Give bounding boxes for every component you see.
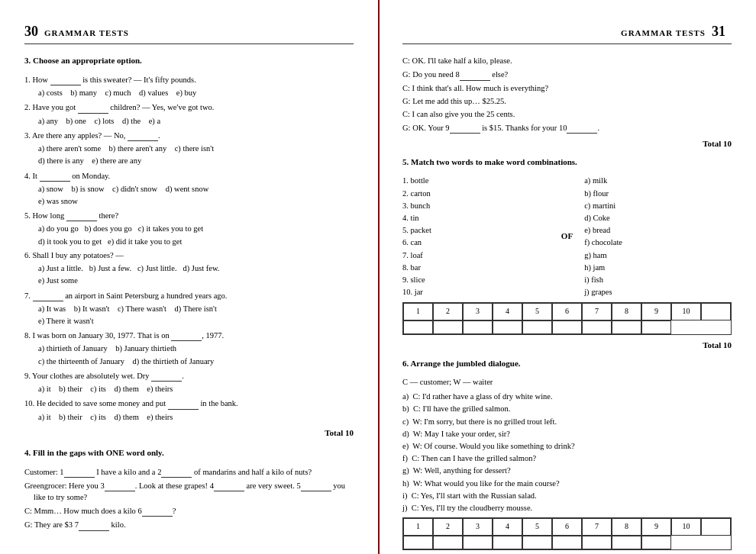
grid-cell-7[interactable] <box>552 320 582 334</box>
right-page-title: GRAMMAR TESTS <box>621 27 706 40</box>
match-columns: 1. bottle 2. carton 3. bunch 4. tin 5. p… <box>402 175 732 298</box>
cont-line6: G: OK. Your 9 is $15. Thanks for your 10… <box>402 121 732 134</box>
left-page-number: 30 <box>24 21 38 41</box>
cont-line2: G: Do you need 8 else? <box>402 68 732 80</box>
q5-options-b: d) it took you to get e) did it take you… <box>24 236 354 247</box>
left-page: 30 GRAMMAR TESTS 3. Choose an appropriat… <box>0 0 380 554</box>
s6-grid-cell-9[interactable] <box>612 536 641 549</box>
q8: 8. I was born on January 30, 1977. That … <box>24 329 354 341</box>
dialogue-j: j) C: Yes, I'll try the cloudberry mouss… <box>402 502 732 514</box>
match-right-j: j) grapes <box>584 286 732 298</box>
grid-cell-9[interactable] <box>612 320 641 334</box>
grid-cell-10[interactable] <box>641 320 671 334</box>
s6-grid-cell-10[interactable] <box>641 536 671 549</box>
section6: 6. Arrange the jumbled dialogue. C — cus… <box>402 358 732 554</box>
q4-options-b: e) was snow <box>24 195 354 207</box>
section4-line2: Greengrocer: Here you 3 . Look at these … <box>24 479 354 503</box>
match-item-2: 2. carton <box>402 188 550 199</box>
s6-grid-header-6: 6 <box>552 518 582 536</box>
dialogue-i: i) C: Yes, I'll start with the Russian s… <box>402 490 732 501</box>
s6-grid-header-5: 5 <box>522 518 552 536</box>
dialogue-c: c) W: I'm sorry, but there is no grilled… <box>402 416 732 427</box>
s6-grid-header-7: 7 <box>582 518 612 536</box>
match-item-1: 1. bottle <box>402 175 550 186</box>
match-left: 1. bottle 2. carton 3. bunch 4. tin 5. p… <box>402 175 550 298</box>
grid-cell-3[interactable] <box>433 320 463 334</box>
q4: 4. It on Monday. <box>24 169 354 182</box>
match-right-f: f) chocolate <box>584 237 732 248</box>
match-item-3: 3. bunch <box>402 200 550 211</box>
q3-options-b: d) there is any e) there are any <box>24 155 354 166</box>
q7: 7. an airport in Saint Petersburg a hund… <box>24 289 354 301</box>
grid-cell-4[interactable] <box>463 320 493 334</box>
q6: 6. Shall I buy any potatoes? — <box>24 250 354 261</box>
grid-header-7: 7 <box>582 303 612 320</box>
s6-grid-cell-8[interactable] <box>582 536 612 549</box>
section4-total: Total 10 <box>402 138 732 150</box>
section4-title: 4. Fill in the gaps with ONE word only. <box>24 447 354 459</box>
match-right-i: i) fish <box>584 274 732 285</box>
s6-grid-header-8: 8 <box>612 518 641 536</box>
grid-header-8: 8 <box>612 303 641 320</box>
section4: 4. Fill in the gaps with ONE word only. … <box>24 447 354 531</box>
section4-continued: C: OK. I'll take half a kilo, please. G:… <box>402 55 732 150</box>
match-right-b: b) flour <box>584 188 732 199</box>
section6-intro: C — customer; W — waiter <box>402 376 732 388</box>
section4-line1: Customer: 1 I have a kilo and a 2 of man… <box>24 465 354 478</box>
match-item-8: 8. bar <box>402 262 550 273</box>
left-page-header: 30 GRAMMAR TESTS <box>24 21 354 44</box>
grid-header-5: 5 <box>522 303 552 320</box>
grid-header-4: 4 <box>493 303 522 320</box>
section4-line4: G: They are $3 7 kilo. <box>24 518 354 530</box>
match-right-a: a) milk <box>584 175 732 186</box>
right-page-header: GRAMMAR TESTS 31 <box>402 21 732 44</box>
q3: 3. Are there any apples? — No, . <box>24 129 354 141</box>
match-item-4: 4. tin <box>402 212 550 224</box>
match-right: a) milk b) flour c) martini d) Coke e) b… <box>584 175 732 298</box>
section6-grid: 1 2 3 4 5 6 7 8 9 10 <box>402 517 732 550</box>
s6-grid-header-10: 10 <box>671 518 701 536</box>
s6-grid-cell-4[interactable] <box>463 536 493 549</box>
s6-grid-cell-1[interactable] <box>701 518 731 536</box>
grid-cell-8[interactable] <box>582 320 612 334</box>
s6-grid-cell-5[interactable] <box>493 536 522 549</box>
match-item-5: 5. packet <box>402 224 550 236</box>
q3-options-a: a) there aren't some b) there aren't any… <box>24 143 354 154</box>
dialogue-h: h) W: What would you like for the main c… <box>402 478 732 489</box>
match-item-10: 10. jar <box>402 286 550 298</box>
grid-cell-2[interactable] <box>403 320 433 334</box>
section3-title: 3. Choose an appropriate option. <box>24 55 354 67</box>
s6-grid-cell-6[interactable] <box>522 536 552 549</box>
section3: 3. Choose an appropriate option. 1. How … <box>24 55 354 440</box>
s6-grid-cell-7[interactable] <box>552 536 582 549</box>
grid-header-10: 10 <box>671 303 701 320</box>
dialogue-b: b) C: I'll have the grilled salmon. <box>402 403 732 414</box>
s6-grid-header-4: 4 <box>493 518 522 536</box>
q10: 10. He decided to save some money and pu… <box>24 397 354 409</box>
q9-options: a) it b) their c) its d) them e) theirs <box>24 383 354 395</box>
match-right-e: e) bread <box>584 224 732 236</box>
grid-cell-6[interactable] <box>522 320 552 334</box>
q10-options: a) it b) their c) its d) them e) theirs <box>24 411 354 423</box>
section5-title: 5. Match two words to make word combinat… <box>402 156 732 169</box>
right-page-number: 31 <box>712 21 725 41</box>
grid-cell-5[interactable] <box>493 320 522 334</box>
q7-options-b: e) There it wasn't <box>24 315 354 327</box>
q9: 9. Your clothes are absolutely wet. Dry … <box>24 369 354 382</box>
match-right-h: h) jam <box>584 262 732 273</box>
q7-options-a: a) It was b) It wasn't c) There wasn't d… <box>24 303 354 314</box>
dialogue-f: f) C: Then can I have the grilled salmon… <box>402 453 732 464</box>
grid-cell-1[interactable] <box>701 303 731 320</box>
dialogue-a: a) C: I'd rather have a glass of dry whi… <box>402 391 732 402</box>
s6-grid-cell-3[interactable] <box>433 536 463 549</box>
match-item-7: 7. loaf <box>402 250 550 261</box>
match-item-6: 6. can <box>402 237 550 248</box>
dialogue-e: e) W: Of course. Would you like somethin… <box>402 440 732 452</box>
of-label: OF <box>557 175 577 298</box>
s6-grid-cell-2[interactable] <box>403 536 433 549</box>
left-page-title: GRAMMAR TESTS <box>44 27 129 40</box>
dialogue-g: g) W: Well, anything for dessert? <box>402 465 732 476</box>
book-spread: 30 GRAMMAR TESTS 3. Choose an appropriat… <box>0 0 756 554</box>
section5: 5. Match two words to make word combinat… <box>402 156 732 352</box>
cont-line3: C: I think that's all. How much is every… <box>402 82 732 94</box>
